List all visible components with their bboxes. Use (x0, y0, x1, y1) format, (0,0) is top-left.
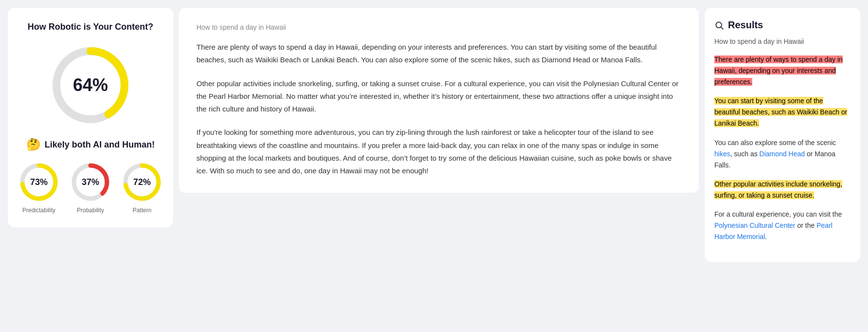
probability-label: 37% (82, 177, 99, 187)
paragraph-3: If you're looking for something more adv… (196, 126, 681, 177)
highlight-yellow-2: Other popular activities include snorkel… (714, 180, 842, 199)
paragraph-2: Other popular activities include snorkel… (196, 77, 681, 116)
highlight-pink-1: There are plenty of ways to spend a day … (714, 55, 843, 86)
hikes-link[interactable]: hikes (714, 150, 730, 158)
polynesian-link[interactable]: Polynesian Cultural Center (714, 221, 796, 229)
small-donuts-row: 73% Predictability 37% Probability 72% (17, 160, 164, 214)
left-panel: How Robotic is Your Content? 64% 🤔 Likel… (8, 8, 173, 227)
result-snippet-3: You can also explore some of the scenic … (714, 137, 850, 171)
predictability-label: 73% (30, 177, 48, 187)
results-header: Results (714, 19, 850, 31)
results-query: How to spend a day in Hawaii (714, 37, 850, 45)
small-donut-probability: 37% Probability (69, 160, 112, 214)
result-snippet-5: For a cultural experience, you can visit… (714, 209, 850, 242)
middle-panel: How to spend a day in Hawaii There are p… (179, 8, 699, 193)
predictability-name: Predictability (22, 207, 55, 214)
svg-point-8 (716, 22, 722, 28)
emoji-icon: 🤔 (26, 138, 41, 151)
svg-line-9 (721, 27, 724, 29)
panel-title: How Robotic is Your Content? (28, 21, 153, 33)
small-donut-pattern: 72% Pattern (120, 160, 164, 214)
big-donut: 64% (47, 41, 134, 129)
small-donut-predictability: 73% Predictability (17, 160, 61, 214)
pattern-label: 72% (133, 177, 151, 187)
result-snippet-2: You can start by visiting some of the be… (714, 95, 850, 129)
result-label: 🤔 Likely both AI and Human! (26, 138, 155, 151)
highlight-yellow-1: You can start by visiting some of the be… (714, 97, 847, 127)
result-snippet-1: There are plenty of ways to spend a day … (714, 54, 850, 88)
paragraph-1: There are plenty of ways to spend a day … (196, 41, 681, 67)
result-snippet-4: Other popular activities include snorkel… (714, 179, 850, 201)
big-donut-label: 64% (73, 75, 108, 95)
right-panel: Results How to spend a day in Hawaii The… (705, 8, 860, 262)
article-body: There are plenty of ways to spend a day … (196, 41, 681, 177)
results-title: Results (728, 19, 763, 31)
small-donut-pattern-chart: 72% (120, 160, 164, 204)
pattern-name: Pattern (133, 207, 152, 214)
article-label: How to spend a day in Hawaii (196, 23, 681, 31)
result-label-text: Likely both AI and Human! (45, 140, 155, 150)
probability-name: Probability (77, 207, 104, 214)
small-donut-predictability-chart: 73% (17, 160, 61, 204)
diamond-head-link[interactable]: Diamond Head (760, 150, 805, 158)
search-icon (714, 20, 724, 30)
small-donut-probability-chart: 37% (69, 160, 112, 204)
